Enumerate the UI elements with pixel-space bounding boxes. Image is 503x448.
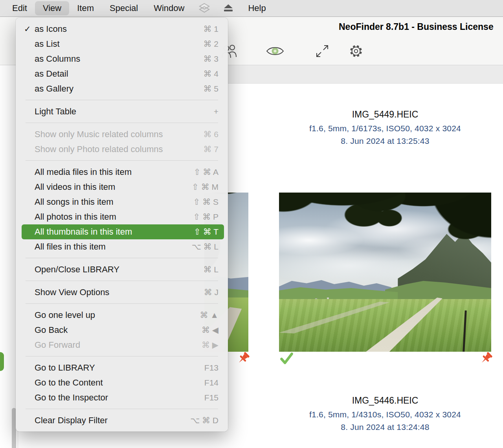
eye-icon[interactable] <box>266 42 285 61</box>
view-menu-dropdown: ✓as Icons⌘ 1as List⌘ 2as Columns⌘ 3as De… <box>16 18 228 431</box>
menu-item-label: as Columns <box>35 54 80 64</box>
menu-item-label: All media files in this item <box>35 167 132 177</box>
menu-item-shortcut: ⌘ 1 <box>203 24 218 34</box>
menu-item-shortcut: ⌘ 6 <box>203 130 218 139</box>
menu-item-go-to-the-inspector[interactable]: Go to the InspectorF15 <box>16 390 228 405</box>
file-name[interactable]: IMG_5449.HEIC <box>279 109 491 120</box>
menu-separator <box>26 281 218 281</box>
menu-item-open-close-library[interactable]: Open/Close LIBRARY⌘ L <box>16 262 228 277</box>
menu-item-label: Clear Display Filter <box>35 415 108 426</box>
menu-item-all-files-in-this-item[interactable]: All files in this item⌥ ⌘ L <box>16 239 228 254</box>
menu-item-shortcut: ⇧ ⌘ T <box>194 227 218 237</box>
menubar-item-help[interactable]: Help <box>240 1 274 15</box>
menu-separator <box>26 160 218 161</box>
menu-item-label: Light Table <box>35 106 76 117</box>
menu-item-label: All videos in this item <box>35 182 115 192</box>
menu-item-all-videos-in-this-item[interactable]: All videos in this item⇧ ⌘ M <box>16 180 228 195</box>
exif-info: f1.6, 5mm, 1/4310s, ISO50, 4032 x 3024 <box>279 410 491 419</box>
menu-item-shortcut: + <box>214 107 218 116</box>
photo-thumbnail[interactable] <box>279 193 491 352</box>
menu-item-show-only-music-related-columns: Show only Music related columns⌘ 6 <box>16 127 228 142</box>
menubar-item-edit[interactable]: Edit <box>4 1 35 15</box>
menu-item-shortcut: ⌘ ▶ <box>202 340 218 350</box>
menu-item-label: Go Back <box>35 325 68 335</box>
menu-item-label: as Icons <box>35 24 67 34</box>
menu-item-shortcut: ⌘ 2 <box>203 39 218 49</box>
menu-item-shortcut: ⌘ ◀ <box>202 325 218 335</box>
menu-item-shortcut: ⇧ ⌘ P <box>193 212 218 222</box>
eject-icon[interactable] <box>217 1 240 15</box>
menu-item-all-songs-in-this-item[interactable]: All songs in this item⇧ ⌘ S <box>16 195 228 209</box>
gear-icon[interactable] <box>347 42 365 61</box>
menu-item-shortcut: ⌘ 4 <box>203 69 218 79</box>
menu-item-label: All photos in this item <box>35 212 116 222</box>
layers-icon[interactable] <box>192 1 217 15</box>
menu-item-show-only-photo-related-columns: Show only Photo related columns⌘ 7 <box>16 142 228 157</box>
menu-item-label: as Gallery <box>35 84 73 94</box>
menu-item-label: Show only Photo related columns <box>35 144 163 154</box>
menu-item-shortcut: ⌘ ▲ <box>200 310 218 320</box>
menu-item-show-view-options[interactable]: Show View Options⌘ J <box>16 285 228 300</box>
menubar-item-item[interactable]: Item <box>69 1 102 15</box>
menu-item-shortcut: ⇧ ⌘ S <box>193 197 218 207</box>
menu-item-go-to-library[interactable]: Go to LIBRARYF13 <box>16 360 228 375</box>
gallery-item-caption: IMG_5449.HEIC f1.6, 5mm, 1/6173s, ISO50,… <box>279 109 491 149</box>
menubar-item-special[interactable]: Special <box>102 1 146 15</box>
menu-item-label: All files in this item <box>35 242 106 252</box>
menu-item-shortcut: ⌘ 3 <box>203 54 218 64</box>
menu-item-label: as List <box>35 39 60 49</box>
expand-icon[interactable] <box>313 42 332 61</box>
menu-item-label: All thumbnails in this item <box>35 227 132 237</box>
menu-bar: Edit View Item Special Window Help <box>0 0 503 17</box>
menu-item-go-to-the-content[interactable]: Go to the ContentF14 <box>16 375 228 390</box>
sidebar-selected-item-edge[interactable] <box>0 352 4 371</box>
menu-item-shortcut: ⌘ 7 <box>203 145 218 154</box>
menu-item-label: Open/Close LIBRARY <box>35 264 119 275</box>
file-date: 8. Jun 2024 at 13:25:43 <box>279 136 491 146</box>
menu-item-all-thumbnails-in-this-item[interactable]: All thumbnails in this item⇧ ⌘ T <box>22 224 224 239</box>
menu-item-label: Go to the Inspector <box>35 393 108 403</box>
menu-item-shortcut: F15 <box>204 393 218 402</box>
menu-item-shortcut: F14 <box>204 378 218 387</box>
menu-item-light-table[interactable]: Light Table+ <box>16 104 228 119</box>
menu-item-shortcut: ⇧ ⌘ M <box>192 182 218 192</box>
pin-icon <box>236 351 251 369</box>
menu-item-shortcut: ⌘ J <box>204 288 218 297</box>
menu-item-shortcut: ⇧ ⌘ A <box>194 167 218 177</box>
menu-item-all-media-files-in-this-item[interactable]: All media files in this item⇧ ⌘ A <box>16 165 228 180</box>
menu-item-shortcut: ⌘ L <box>203 265 218 274</box>
menu-item-label: as Detail <box>35 69 68 79</box>
menu-item-label: Go to LIBRARY <box>35 363 95 373</box>
menu-separator <box>26 356 218 356</box>
menu-item-label: Go Forward <box>35 340 80 350</box>
menubar-item-view[interactable]: View <box>35 1 69 15</box>
file-name[interactable]: IMG_5446.HEIC <box>279 395 491 406</box>
menu-item-label: All songs in this item <box>35 197 114 207</box>
menu-item-as-list[interactable]: as List⌘ 2 <box>16 37 228 51</box>
window-title: NeoFinder 8.7b1 - Business License <box>339 22 494 32</box>
menu-item-all-photos-in-this-item[interactable]: All photos in this item⇧ ⌘ P <box>16 209 228 224</box>
checkmark-icon: ✓ <box>24 24 35 34</box>
menu-separator <box>26 123 218 123</box>
menu-item-as-icons[interactable]: ✓as Icons⌘ 1 <box>16 22 228 37</box>
menu-item-label: Go to the Content <box>35 378 103 388</box>
menu-item-go-one-level-up[interactable]: Go one level up⌘ ▲ <box>16 308 228 323</box>
menu-item-shortcut: ⌥ ⌘ D <box>190 416 218 425</box>
menu-item-go-back[interactable]: Go Back⌘ ◀ <box>16 323 228 338</box>
checkmark-icon <box>279 352 294 367</box>
menu-item-shortcut: F13 <box>204 363 218 373</box>
menubar-item-window[interactable]: Window <box>146 1 192 15</box>
menu-item-label: Show only Music related columns <box>35 129 163 140</box>
menu-separator <box>26 409 218 409</box>
menu-item-as-gallery[interactable]: as Gallery⌘ 5 <box>16 81 228 96</box>
menu-item-clear-display-filter[interactable]: Clear Display Filter⌥ ⌘ D <box>16 413 228 428</box>
exif-info: f1.6, 5mm, 1/6173s, ISO50, 4032 x 3024 <box>279 124 491 133</box>
screen: { "menu_bar": { "items": [ {"label":"Edi… <box>0 0 503 448</box>
pin-icon <box>479 351 494 369</box>
menu-item-as-columns[interactable]: as Columns⌘ 3 <box>16 51 228 66</box>
file-date: 8. Jun 2024 at 13:24:48 <box>279 422 491 432</box>
menu-item-go-forward: Go Forward⌘ ▶ <box>16 338 228 353</box>
menu-item-label: Show View Options <box>35 287 109 297</box>
menu-item-as-detail[interactable]: as Detail⌘ 4 <box>16 66 228 81</box>
menu-separator <box>26 100 218 100</box>
